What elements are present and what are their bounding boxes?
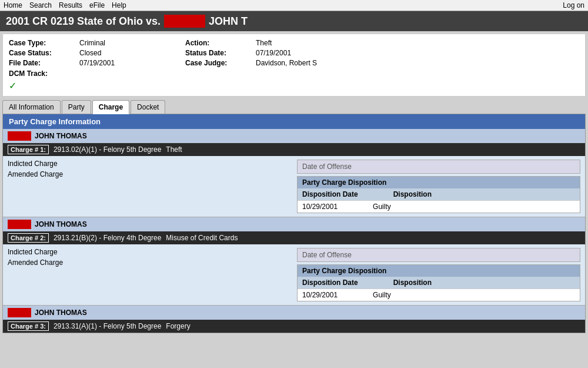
disp-date-col-1: Disposition Date [302,190,358,198]
party-row-2: JOHN THOMAS [3,217,585,231]
disposition-header-1: Party Charge Disposition [298,177,580,188]
status-date-value: 07/19/2001 [256,49,579,57]
party-redacted-1 [8,131,31,141]
charge-right-2: Date of Offense Party Charge Disposition… [297,248,580,301]
charge-desc-2: Misuse of Credit Cards [166,234,238,242]
disposition-table-2: Party Charge Disposition Disposition Dat… [297,264,580,301]
case-info-grid: Case Type: Criminal Action: Theft Case S… [9,39,579,67]
case-type-value: Criminal [79,39,185,47]
charge-number-row-1: Charge # 1: 2913.02(A)(1) - Felony 5th D… [3,143,585,156]
disposition-data-row-1: 10/29/2001 Guilty [298,200,580,213]
charge-code-1: 2913.02(A)(1) - Felony 5th Degree [54,145,161,154]
charge-block-3: JOHN THOMAS Charge # 3: 2913.31(A)(1) - … [3,306,585,333]
disp-date-value-2: 10/29/2001 [302,291,338,299]
party-redacted-2 [8,220,31,229]
disp-value-2: Guilty [373,291,391,299]
dcm-track-row: DCM Track: [9,69,579,78]
charge-detail-1: Indicted Charge Amended Charge Date of O… [3,156,585,217]
case-status-label: Case Status: [9,49,79,57]
charge-block-1: JOHN THOMAS Charge # 1: 2913.02(A)(1) - … [3,129,585,217]
disp-date-col-2: Disposition Date [302,279,358,287]
nav-login: Log on [563,1,584,9]
charge-code-3: 2913.31(A)(1) - Felony 5th Degree [54,322,161,330]
charge-block-2: JOHN THOMAS Charge # 2: 2913.21(B)(2) - … [3,217,585,305]
disposition-table-1: Party Charge Disposition Disposition Dat… [297,176,580,213]
charge-desc-3: Forgery [166,322,190,330]
check-icon-row: ✓ [9,80,579,91]
party-name-3: JOHN THOMAS [35,309,87,317]
charge-desc-1: Theft [166,145,182,154]
charge-number-row-2: Charge # 2: 2913.21(B)(2) - Felony 4th D… [3,231,585,244]
charge-right-1: Date of Offense Party Charge Disposition… [297,160,580,213]
file-date-value: 07/19/2001 [79,59,185,67]
file-date-label: File Date: [9,59,79,67]
charge-left-2: Indicted Charge Amended Charge [8,248,291,301]
case-number-text: 2001 CR 0219 State of Ohio vs. [6,15,161,28]
amended-label-2: Amended Charge [8,258,291,267]
tab-party[interactable]: Party [62,100,91,114]
top-navigation: Home Search Results eFile Help Log on [0,0,588,11]
amended-label-1: Amended Charge [8,170,291,178]
disp-col-2: Disposition [393,279,432,287]
case-status-value: Closed [79,49,185,57]
case-type-label: Case Type: [9,39,79,47]
disp-title-1: Party Charge Disposition [302,178,386,187]
tab-all-information[interactable]: All Information [2,100,61,114]
charge-badge-3: Charge # 3: [8,321,49,331]
nav-results[interactable]: Results [59,1,82,9]
disp-value-1: Guilty [373,203,391,211]
status-date-label: Status Date: [185,49,256,57]
disposition-col-headers-2: Disposition Date Disposition [298,277,580,289]
charge-detail-2: Indicted Charge Amended Charge Date of O… [3,244,585,305]
case-header: 2001 CR 0219 State of Ohio vs. JOHN T [0,11,588,31]
party-name-2: JOHN THOMAS [35,220,87,228]
disposition-header-2: Party Charge Disposition [298,265,580,277]
party-row-3: JOHN THOMAS [3,306,585,320]
nav-help[interactable]: Help [112,1,126,9]
disposition-data-row-2: 10/29/2001 Guilty [298,289,580,301]
redacted-name [164,15,205,28]
nav-links: Home Search Results eFile Help [4,1,126,9]
section-header: Party Charge Information [3,114,585,129]
tab-bar: All Information Party Charge Docket [2,100,586,114]
action-value: Theft [256,39,579,47]
case-info-panel: Case Type: Criminal Action: Theft Case S… [2,34,586,97]
case-name-suffix: JOHN T [209,15,248,28]
login-link[interactable]: Log on [563,1,584,9]
case-judge-label: Case Judge: [185,59,256,67]
charge-badge-2: Charge # 2: [8,233,49,243]
green-check-icon: ✓ [9,81,16,91]
charge-left-1: Indicted Charge Amended Charge [8,160,291,213]
party-row-1: JOHN THOMAS [3,129,585,143]
action-label: Action: [185,39,256,47]
tab-charge[interactable]: Charge [92,100,129,114]
disp-title-2: Party Charge Disposition [302,267,386,275]
nav-search[interactable]: Search [29,1,52,9]
party-name-1: JOHN THOMAS [35,132,87,140]
disp-col-1: Disposition [393,190,432,198]
main-content: Party Charge Information JOHN THOMAS Cha… [2,114,586,333]
indicted-label-2: Indicted Charge [8,248,291,256]
indicted-label-1: Indicted Charge [8,160,291,168]
disposition-col-headers-1: Disposition Date Disposition [298,188,580,200]
dcm-track-label: DCM Track: [9,69,48,78]
party-redacted-3 [8,308,31,317]
tab-docket[interactable]: Docket [131,100,165,114]
charge-badge-1: Charge # 1: [8,145,49,154]
nav-efile[interactable]: eFile [89,1,105,9]
charge-number-row-3: Charge # 3: 2913.31(A)(1) - Felony 5th D… [3,320,585,333]
charge-code-2: 2913.21(B)(2) - Felony 4th Degree [54,234,161,242]
case-judge-value: Davidson, Robert S [256,59,579,67]
nav-home[interactable]: Home [4,1,22,9]
date-of-offense-2: Date of Offense [297,248,580,262]
disp-date-value-1: 10/29/2001 [302,203,338,211]
date-of-offense-1: Date of Offense [297,160,580,174]
